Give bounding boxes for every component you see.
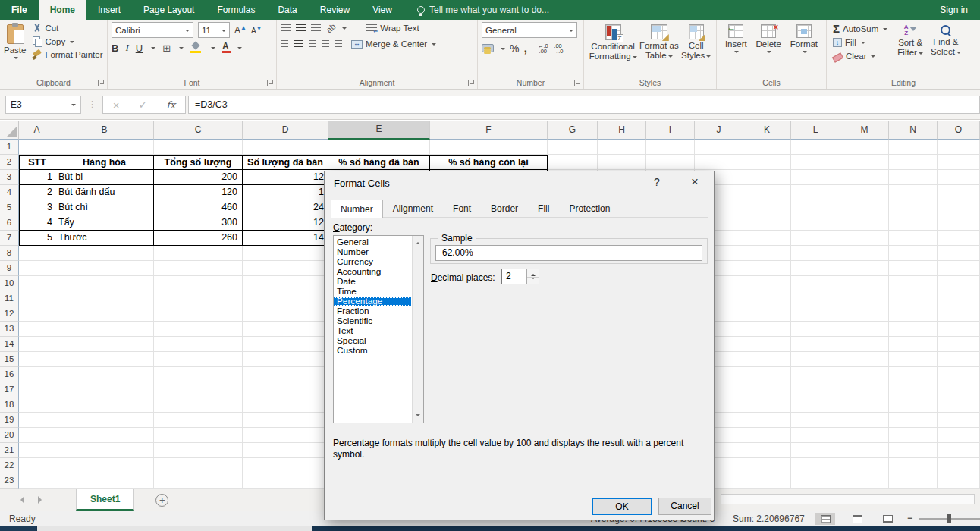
cell-D17[interactable] — [243, 382, 328, 397]
cell-M19[interactable] — [840, 413, 889, 428]
cell-D8[interactable] — [243, 246, 328, 261]
cell-B1[interactable] — [55, 140, 154, 155]
cell-K15[interactable] — [743, 352, 791, 367]
formula-input[interactable]: =D3/C3 — [188, 96, 980, 114]
cell-O19[interactable] — [938, 413, 980, 428]
cell-N15[interactable] — [889, 352, 938, 367]
taskbar-search-sliver[interactable] — [37, 526, 312, 531]
spinner-down-icon[interactable] — [531, 277, 536, 281]
format-cells-button[interactable]: Format — [790, 22, 818, 54]
cell-K7[interactable] — [743, 231, 791, 246]
cell-A12[interactable] — [19, 306, 55, 322]
cell-O4[interactable] — [938, 185, 980, 200]
column-header-A[interactable]: A — [19, 121, 55, 140]
cell-L23[interactable] — [791, 473, 840, 489]
row-header-10[interactable]: 10 — [0, 276, 19, 291]
decimal-places-input[interactable]: 2 — [501, 269, 526, 284]
cell-B15[interactable] — [55, 352, 154, 367]
cell-B14[interactable] — [55, 337, 154, 352]
cell-B21[interactable] — [55, 443, 154, 458]
increase-font-button[interactable]: A▲ — [234, 24, 247, 36]
cell-D23[interactable] — [243, 473, 328, 489]
cell-A14[interactable] — [19, 337, 55, 352]
decrease-decimal-button[interactable]: .00 →.0 — [553, 43, 564, 54]
cell-L12[interactable] — [791, 306, 840, 322]
autosum-button[interactable]: ΣAutoSum — [831, 22, 890, 35]
cell-L2[interactable] — [791, 155, 840, 170]
cell-B6[interactable]: Tẩy — [55, 215, 154, 231]
page-layout-view-button[interactable] — [847, 513, 867, 525]
cell-K11[interactable] — [743, 291, 791, 306]
cell-K9[interactable] — [743, 261, 791, 276]
cell-D6[interactable]: 12 — [243, 215, 328, 231]
cell-K20[interactable] — [743, 428, 791, 443]
cell-N2[interactable] — [889, 155, 938, 170]
tell-me-box[interactable]: Tell me what you want to do... — [417, 0, 549, 20]
cell-L14[interactable] — [791, 337, 840, 352]
cell-L16[interactable] — [791, 367, 840, 382]
number-format-select[interactable]: General — [482, 22, 577, 38]
cell-L19[interactable] — [791, 413, 840, 428]
cell-A8[interactable] — [19, 246, 55, 261]
cell-N3[interactable] — [889, 170, 938, 185]
sort-filter-button[interactable]: AZ Sort & Filter — [897, 22, 923, 62]
cell-D10[interactable] — [243, 276, 328, 291]
decrease-font-button[interactable]: A▼ — [251, 25, 262, 35]
enter-entry-icon[interactable]: ✓ — [139, 99, 147, 111]
column-header-E[interactable]: E — [328, 121, 430, 140]
cell-K19[interactable] — [743, 413, 791, 428]
cell-K8[interactable] — [743, 246, 791, 261]
cell-C4[interactable]: 120 — [154, 185, 243, 200]
cell-C20[interactable] — [154, 428, 243, 443]
column-header-I[interactable]: I — [646, 121, 695, 140]
cell-M23[interactable] — [840, 473, 889, 489]
ok-button[interactable]: OK — [592, 498, 652, 515]
cell-K2[interactable] — [743, 155, 791, 170]
cell-N7[interactable] — [889, 231, 938, 246]
cell-O16[interactable] — [938, 367, 980, 382]
select-all-corner[interactable] — [0, 121, 19, 140]
cell-B22[interactable] — [55, 458, 154, 473]
cell-D21[interactable] — [243, 443, 328, 458]
ribbon-tab-view[interactable]: View — [361, 0, 404, 20]
cell-N9[interactable] — [889, 261, 938, 276]
cell-B7[interactable]: Thước — [55, 231, 154, 246]
cell-L21[interactable] — [791, 443, 840, 458]
prev-sheet-icon[interactable] — [17, 496, 24, 504]
cell-M15[interactable] — [840, 352, 889, 367]
increase-indent-icon[interactable] — [335, 40, 342, 49]
column-header-M[interactable]: M — [840, 121, 889, 140]
new-sheet-button[interactable]: + — [155, 494, 168, 507]
cell-M12[interactable] — [840, 306, 889, 322]
cell-C12[interactable] — [154, 306, 243, 322]
row-header-19[interactable]: 19 — [0, 413, 19, 428]
column-header-G[interactable]: G — [548, 121, 598, 140]
cell-L3[interactable] — [791, 170, 840, 185]
cell-L22[interactable] — [791, 458, 840, 473]
cell-N17[interactable] — [889, 382, 938, 397]
cell-A2[interactable]: STT — [19, 155, 55, 170]
cell-N5[interactable] — [889, 200, 938, 215]
font-color-icon[interactable]: A — [222, 42, 229, 53]
name-box[interactable]: E3 — [5, 96, 81, 114]
cell-O14[interactable] — [938, 337, 980, 352]
cell-A13[interactable] — [19, 322, 55, 337]
category-item-custom[interactable]: Custom — [334, 346, 411, 356]
cell-N18[interactable] — [889, 397, 938, 413]
font-size-select[interactable]: 11 — [198, 22, 230, 38]
insert-function-icon[interactable]: fx — [166, 99, 175, 111]
delete-cells-button[interactable]: × Delete — [756, 22, 781, 54]
column-header-J[interactable]: J — [695, 121, 743, 140]
cell-K5[interactable] — [743, 200, 791, 215]
cell-I1[interactable] — [646, 140, 695, 155]
cell-L9[interactable] — [791, 261, 840, 276]
cell-O11[interactable] — [938, 291, 980, 306]
cell-O23[interactable] — [938, 473, 980, 489]
cell-M20[interactable] — [840, 428, 889, 443]
cell-C8[interactable] — [154, 246, 243, 261]
cell-N11[interactable] — [889, 291, 938, 306]
align-left-icon[interactable] — [281, 40, 288, 49]
row-header-4[interactable]: 4 — [0, 185, 19, 200]
cell-M14[interactable] — [840, 337, 889, 352]
column-header-D[interactable]: D — [243, 121, 328, 140]
